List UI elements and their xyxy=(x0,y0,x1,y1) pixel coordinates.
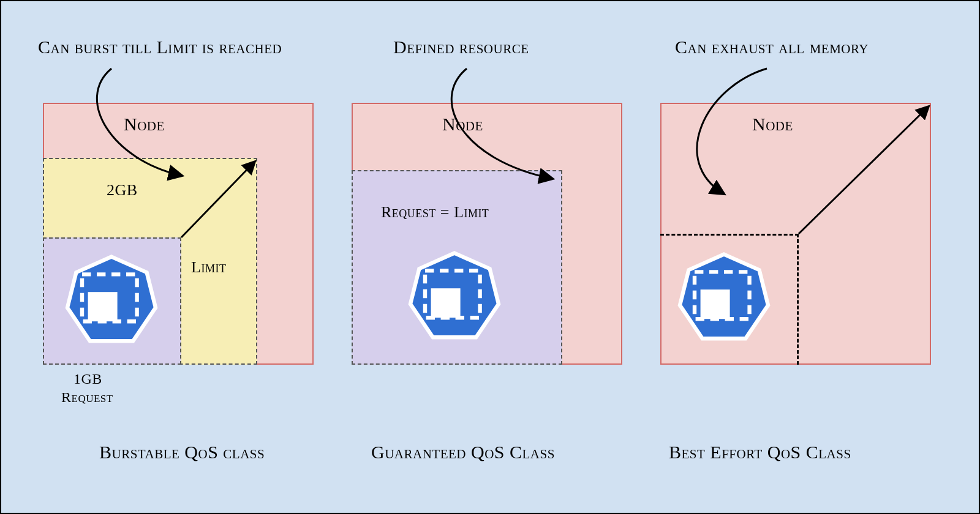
burstable-caption: Burstable QoS class xyxy=(99,442,265,463)
pod-icon xyxy=(405,247,503,345)
guaranteed-annotation: Defined resource xyxy=(393,37,529,58)
burstable-growth-arrow-icon xyxy=(43,158,258,366)
besteffort-annotation-arrow-icon xyxy=(632,56,828,209)
burstable-request-size-label: 1GB xyxy=(74,371,102,387)
svg-rect-6 xyxy=(431,288,461,318)
svg-line-3 xyxy=(181,162,255,237)
besteffort-caption: Best Effort QoS Class xyxy=(669,442,851,463)
guaranteed-caption: Guaranteed QoS Class xyxy=(371,442,555,463)
guaranteed-annotation-arrow-icon xyxy=(369,56,601,191)
besteffort-annotation: Can exhaust all memory xyxy=(675,37,869,58)
burstable-annotation: Can burst till Limit is reached xyxy=(38,37,282,58)
guaranteed-box-text: Request = Limit xyxy=(381,203,489,222)
qos-diagram: Node 2GB Limit 1GB Request Can burst til… xyxy=(1,1,979,513)
burstable-request-label: Request xyxy=(61,389,113,406)
